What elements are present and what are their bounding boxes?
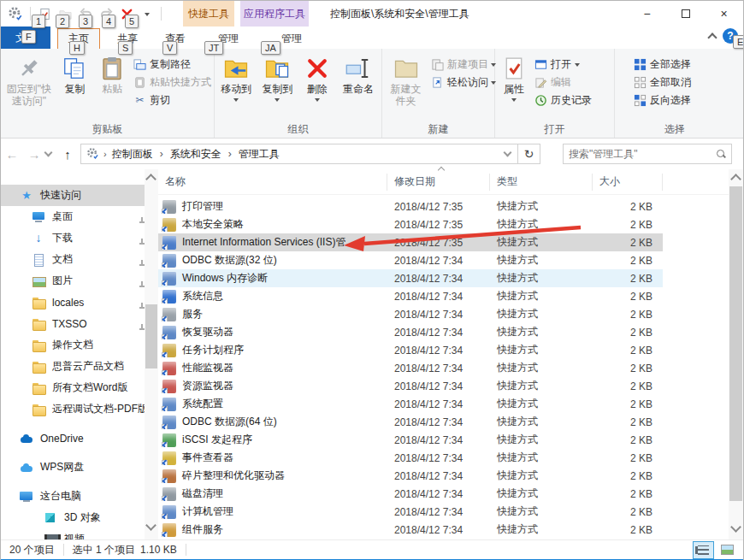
sidebar-item[interactable]: 下载 — [1, 227, 145, 249]
back-button[interactable]: ← — [1, 147, 23, 162]
details-view-button[interactable] — [693, 541, 714, 559]
sidebar-item[interactable]: 思普云产品文档 — [1, 356, 145, 377]
table-row[interactable]: 系统信息 2018/4/12 7:34 快捷方式 2 KB — [158, 287, 663, 305]
sidebar-item[interactable]: 远程调试文档-PDF版 — [1, 398, 145, 420]
pin-to-quick-access-button[interactable]: 固定到"快速访问" — [3, 52, 56, 110]
contextual-tab-shortcut-tools[interactable]: 快捷工具 — [183, 1, 234, 27]
breadcrumb-item[interactable]: 控制面板 — [109, 147, 167, 162]
sidebar-item[interactable]: 快速访问 — [1, 185, 145, 206]
breadcrumb[interactable]: › 控制面板系统和安全管理工具 — [80, 144, 518, 164]
table-row[interactable]: 打印管理 2018/4/12 7:35 快捷方式 2 KB — [158, 197, 663, 215]
new-folder-button[interactable]: 新建文件夹 — [384, 52, 428, 110]
cut-button[interactable]: ✂剪切 — [130, 91, 212, 109]
sidebar-item[interactable]: WPS网盘 — [1, 457, 145, 478]
shortcut-icon — [162, 308, 176, 321]
refresh-button[interactable]: ↻ — [518, 144, 540, 164]
contextual-tab-application-tools[interactable]: 应用程序工具 — [240, 1, 309, 27]
minimize-button[interactable]: − — [628, 1, 666, 27]
sidebar-item[interactable]: 这台电脑 — [1, 486, 145, 507]
scroll-up-icon[interactable] — [145, 174, 156, 185]
paste-shortcut-button[interactable]: 粘贴快捷方式 — [130, 74, 212, 91]
keytip-share: S — [118, 41, 133, 55]
sidebar-item-icon — [44, 533, 57, 540]
new-item-button[interactable]: 新建项目 — [428, 56, 493, 74]
easy-access-button[interactable]: 轻松访问 — [428, 74, 493, 91]
sidebar-scrollbar[interactable] — [145, 169, 158, 539]
sidebar-item[interactable]: TXSSO — [1, 313, 145, 334]
select-all-button[interactable]: 全部选择 — [630, 56, 719, 74]
breadcrumb-separator: › — [103, 149, 107, 159]
table-row[interactable]: ODBC 数据源(64 位) 2018/4/12 7:34 快捷方式 2 KB — [158, 413, 663, 431]
sidebar-item-icon — [20, 461, 33, 475]
scroll-down-icon[interactable] — [730, 522, 741, 533]
move-to-button[interactable]: 移动到 — [216, 52, 256, 108]
table-row[interactable]: iSCSI 发起程序 2018/4/12 7:34 快捷方式 2 KB — [158, 431, 663, 449]
invert-selection-button[interactable]: 反向选择 — [630, 91, 719, 109]
sidebar-item[interactable]: locales — [1, 292, 145, 313]
copy-button[interactable]: 复制 — [56, 52, 95, 98]
table-row[interactable]: 资源监视器 2018/4/12 7:34 快捷方式 2 KB — [158, 377, 663, 395]
table-row[interactable]: 磁盘清理 2018/4/12 7:34 快捷方式 2 KB — [158, 485, 663, 503]
sidebar-item-label: 视频 — [64, 532, 85, 539]
sidebar-item[interactable]: 3D 对象 — [1, 507, 145, 528]
close-button[interactable]: × — [705, 1, 743, 27]
file-name: 本地安全策略 — [182, 217, 244, 232]
file-name: Windows 内存诊断 — [182, 271, 268, 286]
sidebar-item[interactable]: 图片 — [1, 270, 145, 292]
properties-button[interactable]: 属性 — [497, 52, 531, 108]
file-type: 快捷方式 — [490, 307, 593, 321]
open-button[interactable]: 打开 — [531, 56, 611, 74]
search-input[interactable] — [569, 148, 716, 160]
breadcrumb-item[interactable]: 系统和安全 — [167, 147, 235, 162]
recent-locations-icon[interactable] — [44, 149, 53, 157]
table-row[interactable]: 组件服务 2018/4/12 7:34 快捷方式 2 KB — [158, 521, 663, 539]
scrollbar-thumb[interactable] — [145, 304, 157, 368]
column-header-name[interactable]: 名称 — [158, 174, 387, 191]
table-row[interactable]: 系统配置 2018/4/12 7:34 快捷方式 2 KB — [158, 395, 663, 413]
scroll-down-icon[interactable] — [145, 520, 156, 531]
select-none-button[interactable]: 全部取消 — [630, 74, 719, 91]
delete-button[interactable]: 删除 — [299, 52, 335, 108]
table-row[interactable]: Internet Information Services (IIS)管... … — [158, 233, 663, 251]
table-row[interactable]: 性能监视器 2018/4/12 7:34 快捷方式 2 KB — [158, 359, 663, 377]
sidebar-item[interactable]: 操作文档 — [1, 334, 145, 356]
file-size: 2 KB — [593, 201, 663, 213]
sidebar-item[interactable]: 所有文档Word版 — [1, 377, 145, 398]
column-header-date[interactable]: 修改日期 — [387, 174, 490, 191]
table-row[interactable]: 计算机管理 2018/4/12 7:34 快捷方式 2 KB — [158, 503, 663, 521]
table-row[interactable]: 碎片整理和优化驱动器 2018/4/12 7:34 快捷方式 2 KB — [158, 467, 663, 485]
history-button[interactable]: 历史记录 — [531, 91, 611, 109]
edit-button[interactable]: 编辑 — [531, 74, 611, 91]
table-row[interactable]: ODBC 数据源(32 位) 2018/4/12 7:34 快捷方式 2 KB — [158, 251, 663, 269]
up-button[interactable]: ↑ — [56, 147, 79, 162]
sidebar-item[interactable]: 视频 — [1, 528, 145, 539]
table-row[interactable]: 服务 2018/4/12 7:34 快捷方式 2 KB — [158, 305, 663, 323]
breadcrumb-item[interactable]: 管理工具 — [235, 147, 283, 162]
paste-button[interactable]: 粘贴 — [94, 52, 130, 98]
sidebar-item[interactable]: OneDrive — [1, 427, 145, 449]
table-row[interactable]: 事件查看器 2018/4/12 7:34 快捷方式 2 KB — [158, 449, 663, 467]
sidebar-item[interactable]: 文档 — [1, 249, 145, 270]
copy-to-button[interactable]: 复制到 — [257, 52, 297, 108]
thumbnails-view-button[interactable] — [717, 541, 738, 559]
shortcut-arrow-badge — [162, 496, 168, 502]
copy-path-button[interactable]: 复制路径 — [130, 56, 212, 74]
list-scrollbar[interactable] — [729, 169, 743, 539]
qat-customize-dropdown[interactable] — [137, 4, 157, 23]
address-dropdown-icon[interactable] — [504, 149, 512, 157]
sidebar-item[interactable]: 桌面 — [1, 206, 145, 227]
scrollbar-thumb[interactable] — [729, 186, 742, 501]
file-type: 快捷方式 — [490, 486, 593, 501]
scroll-up-icon[interactable] — [730, 174, 741, 185]
forward-button[interactable]: → — [23, 147, 45, 162]
table-row[interactable]: 恢复驱动器 2018/4/12 7:34 快捷方式 2 KB — [158, 323, 663, 341]
table-row[interactable]: 本地安全策略 2018/4/12 7:35 快捷方式 2 KB — [158, 215, 663, 233]
rename-button[interactable]: 重命名 — [337, 52, 380, 98]
search-box[interactable] — [563, 144, 732, 164]
column-header-type[interactable]: 类型 — [490, 174, 593, 191]
column-header-size[interactable]: 大小 — [593, 174, 663, 191]
maximize-button[interactable] — [666, 1, 705, 27]
table-row[interactable]: Windows 内存诊断 2018/4/12 7:34 快捷方式 2 KB — [158, 269, 663, 287]
collapse-ribbon-icon[interactable] — [707, 32, 717, 42]
table-row[interactable]: 任务计划程序 2018/4/12 7:34 快捷方式 2 KB — [158, 341, 663, 359]
